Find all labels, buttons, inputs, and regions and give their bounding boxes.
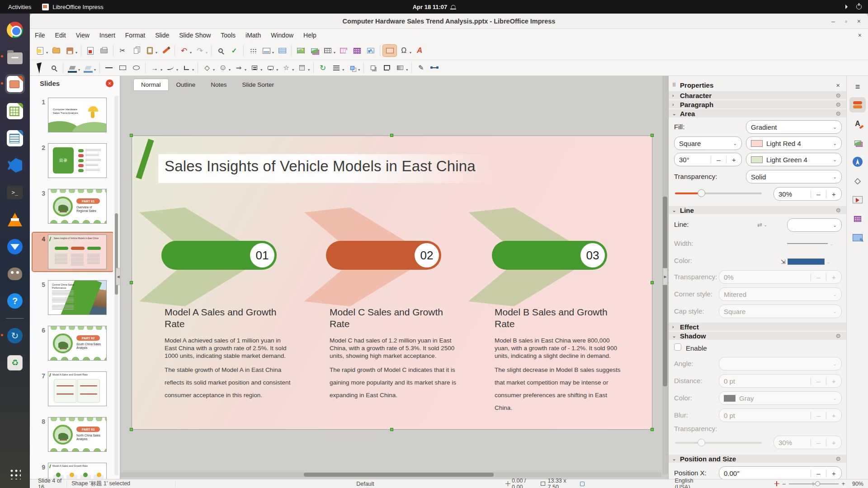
sidebar-tab-shapes[interactable]: ◇ — [849, 173, 866, 188]
3d-objects-button[interactable]: ▾ — [295, 62, 311, 74]
corner-style-select[interactable]: Mitered⌄ — [719, 287, 842, 301]
clone-formatting-button[interactable] — [159, 45, 172, 56]
gradient-to-color-select[interactable]: Light Green 4⌄ — [746, 153, 842, 166]
dock-files[interactable] — [5, 47, 25, 67]
possize-settings-icon[interactable]: ⚙ — [835, 455, 841, 462]
fill-transparency-slider[interactable] — [675, 192, 762, 194]
section-line[interactable]: ⌄Line⚙ — [669, 206, 846, 215]
redo-button[interactable]: ↷▾ — [193, 45, 209, 56]
dock-help[interactable]: ? — [5, 291, 25, 311]
activities-button[interactable]: Activities — [8, 4, 31, 10]
close-document-icon[interactable]: × — [858, 32, 862, 39]
connectors-button[interactable]: ▾ — [179, 62, 195, 74]
arrange-button[interactable]: ▾ — [345, 62, 361, 74]
undo-button[interactable]: ↶▾ — [177, 45, 193, 56]
new-document-button[interactable]: ▾ — [33, 45, 49, 56]
fill-transparency-spinner[interactable]: 30%–+ — [774, 187, 842, 201]
fill-transparency-type-select[interactable]: Solid⌄ — [746, 170, 842, 183]
status-zoom-percent[interactable]: 90% — [848, 481, 868, 487]
menu-format[interactable]: Format — [120, 30, 150, 40]
window-title-bar[interactable]: Computer Hardware Sales Trend Analysis.p… — [30, 14, 868, 29]
selection-handle-top-left[interactable] — [130, 134, 133, 137]
status-slide-style[interactable]: Default — [352, 481, 379, 487]
volume-icon[interactable] — [845, 5, 850, 9]
insert-gallery-button[interactable] — [307, 45, 321, 56]
position-x-spinner[interactable]: 0.00″–+ — [719, 466, 842, 480]
line-settings-icon[interactable]: ⚙ — [835, 207, 841, 214]
spelling-button[interactable]: ✓ — [227, 45, 241, 56]
slide-thumbnail-1[interactable]: 1 Computer Hardware Sales Trend Analysis — [33, 96, 113, 134]
shadow-enable-checkbox[interactable] — [674, 343, 681, 351]
character-settings-icon[interactable]: ⚙ — [835, 92, 841, 99]
section-effect[interactable]: ›Effect — [669, 323, 846, 331]
fontwork-button[interactable]: A — [413, 45, 426, 56]
slide-thumbnail-9[interactable]: 9 Model A Sales and Growth Rate — [33, 461, 113, 479]
slide-4-editing-area[interactable]: Sales Insights of Vehicle Models in East… — [132, 136, 652, 430]
copy-button[interactable] — [129, 45, 143, 56]
insert-media-button[interactable] — [350, 45, 364, 56]
shadow-distance-spinner[interactable]: 0 pt–+ — [719, 374, 842, 388]
fill-color-button[interactable]: ▾ — [66, 62, 81, 74]
insert-line-button[interactable] — [102, 62, 116, 74]
display-grid-button[interactable] — [246, 45, 259, 56]
selection-handle-bottom-left[interactable] — [130, 428, 133, 431]
sidebar-tab-slide-transition[interactable] — [849, 192, 866, 207]
section-area[interactable]: ⌄Area⚙ — [669, 109, 846, 118]
shadow-transparency-slider[interactable] — [675, 442, 762, 444]
crop-image-button[interactable] — [380, 62, 393, 74]
dock-chrome[interactable] — [5, 20, 25, 40]
gradient-angle-spinner[interactable]: 30°–+ — [674, 153, 742, 166]
dock-software-updater[interactable]: ↻ — [5, 326, 25, 346]
dock-libreoffice-calc[interactable] — [5, 101, 25, 121]
line-color-swatch[interactable]: ⇲⌄ — [781, 255, 830, 268]
line-style-select[interactable]: ⇄⌄ — [757, 218, 767, 231]
shadow-blur-spinner[interactable]: 0 pt–+ — [719, 408, 842, 422]
zoom-slider-knob[interactable] — [815, 481, 820, 486]
close-button[interactable]: × — [857, 18, 861, 25]
fill-type-select[interactable]: Gradient⌄ — [746, 120, 842, 134]
slide-thumbnail-5[interactable]: 5 Central China Sales Performance — [33, 278, 113, 317]
selection-handle-top-center[interactable] — [390, 134, 393, 137]
sidebar-menu-icon[interactable]: ≡ — [849, 79, 866, 94]
dock-trash[interactable]: ♻ — [5, 353, 25, 373]
status-fit-indicator[interactable] — [576, 481, 589, 487]
paste-button[interactable]: ▾ — [143, 45, 159, 56]
section-shadow[interactable]: ⌄Shadow⚙ — [669, 332, 846, 340]
minimize-button[interactable]: – — [831, 18, 835, 25]
line-color-select[interactable]: ⌄ — [787, 218, 842, 232]
maximize-button[interactable]: ▫ — [845, 18, 847, 25]
slide-thumbnail-6[interactable]: 6 PART 02 South China Sales Analysis — [33, 324, 113, 362]
selection-handle-mid-right[interactable] — [651, 281, 654, 284]
dock-vscode[interactable] — [5, 155, 25, 175]
flowchart-button[interactable]: ▾ — [248, 62, 264, 74]
insert-ole-object-button[interactable] — [364, 45, 377, 56]
horizontal-scrollbar[interactable] — [121, 472, 661, 477]
ellipse-button[interactable] — [129, 62, 143, 74]
print-button[interactable] — [97, 45, 111, 56]
show-applications-button[interactable] — [5, 464, 25, 483]
menu-slide[interactable]: Slide — [150, 30, 174, 40]
menu-view[interactable]: View — [71, 30, 94, 40]
step-pill-01[interactable]: 01 — [161, 241, 277, 270]
shadow-transparency-spinner[interactable]: 30%–+ — [774, 436, 842, 449]
master-slide-button[interactable] — [275, 45, 289, 56]
zoom-in-button[interactable]: + — [842, 481, 845, 487]
insert-table-button[interactable]: ▾ — [321, 45, 337, 56]
area-settings-icon[interactable]: ⚙ — [835, 110, 841, 117]
points-button[interactable]: ✎ — [414, 62, 428, 74]
export-pdf-button[interactable] — [84, 45, 97, 56]
block-arrows-button[interactable]: ⇒▾ — [232, 62, 248, 74]
slides-panel-scrollbar[interactable] — [114, 96, 118, 475]
text-column-1[interactable]: Model A Sales and Growth Rate Model A ac… — [165, 306, 292, 402]
dock-libreoffice-writer[interactable] — [5, 128, 25, 148]
menu-imath[interactable]: iMath — [241, 30, 266, 40]
select-tool-button[interactable] — [33, 62, 47, 74]
dock-libreoffice-impress[interactable] — [5, 74, 25, 94]
tab-outline[interactable]: Outline — [169, 79, 203, 91]
selection-handle-bottom-center[interactable] — [390, 428, 393, 431]
menu-edit[interactable]: Edit — [50, 30, 71, 40]
text-column-3[interactable]: Model B Sales and Growth Rate Model B sa… — [495, 306, 622, 414]
panel-drag-handle[interactable]: ⠿ — [672, 82, 676, 88]
save-button[interactable]: ▾ — [63, 45, 79, 56]
status-slide-info[interactable]: Slide 4 of 16 — [33, 481, 67, 487]
